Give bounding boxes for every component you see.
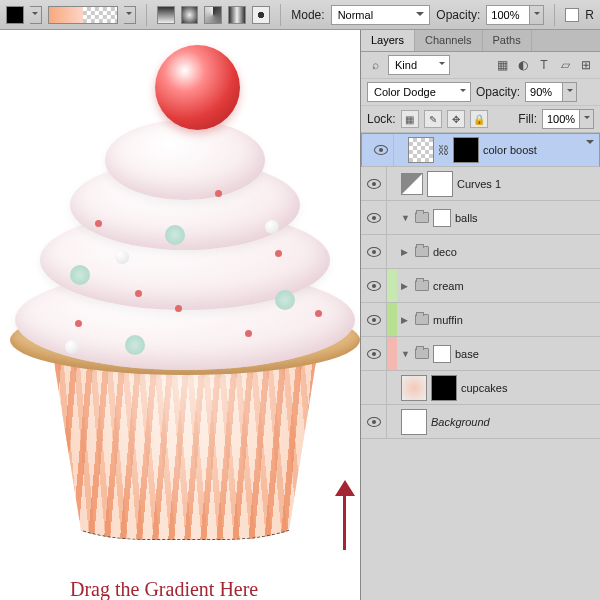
separator	[554, 4, 555, 26]
mask-thumbnail[interactable]	[427, 171, 453, 197]
angle-gradient-icon[interactable]	[204, 6, 222, 24]
filter-pixel-icon[interactable]: ▦	[494, 57, 510, 73]
folder-icon	[415, 348, 429, 359]
folder-icon	[415, 212, 429, 223]
diamond-gradient-icon[interactable]	[252, 6, 270, 24]
filter-kind-select[interactable]: Kind	[388, 55, 450, 75]
layer-row[interactable]: ▶cream	[361, 269, 600, 303]
layer-row[interactable]: cupcakes	[361, 371, 600, 405]
separator	[280, 4, 281, 26]
eye-icon	[374, 145, 388, 155]
disclosure-icon[interactable]: ▶	[401, 315, 411, 325]
layer-color-tag	[394, 134, 404, 166]
linear-gradient-icon[interactable]	[157, 6, 175, 24]
layer-row[interactable]: Curves 1	[361, 167, 600, 201]
visibility-toggle[interactable]	[368, 134, 394, 166]
layer-name[interactable]: base	[455, 348, 479, 360]
eye-icon	[367, 349, 381, 359]
layer-content: ▼base	[397, 345, 600, 363]
layer-opacity-dropdown[interactable]	[563, 82, 577, 102]
tab-layers[interactable]: Layers	[361, 30, 415, 51]
visibility-toggle[interactable]	[361, 337, 387, 370]
layer-row[interactable]: ▶muffin	[361, 303, 600, 337]
filter-shape-icon[interactable]: ▱	[557, 57, 573, 73]
instruction-arrow	[335, 470, 355, 550]
visibility-toggle[interactable]	[361, 405, 387, 438]
fill-field[interactable]: 100%	[542, 109, 594, 129]
reflected-gradient-icon[interactable]	[228, 6, 246, 24]
layer-row[interactable]: ⛓color boost	[361, 133, 600, 167]
layer-name[interactable]: color boost	[483, 144, 537, 156]
layer-name[interactable]: cupcakes	[461, 382, 507, 394]
mask-thumbnail[interactable]	[433, 345, 451, 363]
filter-type-icon[interactable]: T	[536, 57, 552, 73]
layer-row[interactable]: Background	[361, 405, 600, 439]
mask-thumbnail[interactable]	[453, 137, 479, 163]
layer-thumbnail[interactable]	[408, 137, 434, 163]
lock-position-icon[interactable]: ✥	[447, 110, 465, 128]
visibility-toggle[interactable]	[361, 303, 387, 336]
reverse-checkbox[interactable]	[565, 8, 579, 22]
visibility-toggle[interactable]	[361, 371, 387, 404]
fill-label: Fill:	[518, 112, 537, 126]
cherry	[155, 45, 240, 130]
disclosure-icon[interactable]: ▶	[401, 281, 411, 291]
layer-content: ▼balls	[397, 209, 600, 227]
blend-mode-select[interactable]: Color Dodge	[367, 82, 471, 102]
visibility-toggle[interactable]	[361, 269, 387, 302]
layer-name[interactable]: Background	[431, 416, 490, 428]
layer-color-tag	[387, 235, 397, 268]
filter-smart-icon[interactable]: ⊞	[578, 57, 594, 73]
layer-name[interactable]: cream	[433, 280, 464, 292]
gradient-dropdown[interactable]	[124, 6, 136, 24]
layer-name[interactable]: muffin	[433, 314, 463, 326]
layer-content: ⛓color boost	[404, 137, 581, 163]
visibility-toggle[interactable]	[361, 235, 387, 268]
layer-name[interactable]: Curves 1	[457, 178, 501, 190]
mode-label: Mode:	[291, 8, 324, 22]
layer-row[interactable]: ▼balls	[361, 201, 600, 235]
color-dropdown[interactable]	[30, 6, 42, 24]
disclosure-icon[interactable]: ▼	[401, 213, 411, 223]
canvas[interactable]: Drag the Gradient Here	[0, 30, 360, 600]
tab-paths[interactable]: Paths	[483, 30, 532, 51]
foreground-color-swatch[interactable]	[6, 6, 24, 24]
smart-object-thumbnail[interactable]	[401, 375, 427, 401]
link-icon[interactable]: ⛓	[438, 144, 449, 156]
folder-icon	[415, 246, 429, 257]
eye-icon	[367, 179, 381, 189]
gradient-preview[interactable]	[48, 6, 118, 24]
mask-thumbnail[interactable]	[431, 375, 457, 401]
filter-adjust-icon[interactable]: ◐	[515, 57, 531, 73]
layer-row[interactable]: ▶deco	[361, 235, 600, 269]
layer-color-tag	[387, 201, 397, 234]
fill-value: 100%	[547, 113, 575, 125]
layer-color-tag	[387, 269, 397, 302]
radial-gradient-icon[interactable]	[181, 6, 199, 24]
adjustment-icon[interactable]	[401, 173, 423, 195]
lock-all-icon[interactable]: 🔒	[470, 110, 488, 128]
layer-row[interactable]: ▼base	[361, 337, 600, 371]
layer-name[interactable]: deco	[433, 246, 457, 258]
layer-thumbnail[interactable]	[401, 409, 427, 435]
opacity-dropdown[interactable]	[530, 5, 544, 25]
disclosure-icon[interactable]: ▶	[401, 247, 411, 257]
visibility-toggle[interactable]	[361, 201, 387, 234]
opacity-field[interactable]: 100%	[486, 5, 544, 25]
lock-label: Lock:	[367, 112, 396, 126]
blend-row: Color Dodge Opacity: 90%	[361, 79, 600, 106]
layer-opacity-field[interactable]: 90%	[525, 82, 577, 102]
mode-select[interactable]: Normal	[331, 5, 431, 25]
eye-icon	[367, 213, 381, 223]
lock-paint-icon[interactable]: ✎	[424, 110, 442, 128]
lock-transparency-icon[interactable]: ▦	[401, 110, 419, 128]
layer-content: ▶muffin	[397, 314, 600, 326]
fill-dropdown[interactable]	[580, 109, 594, 129]
layer-color-tag	[387, 405, 397, 438]
mask-thumbnail[interactable]	[433, 209, 451, 227]
layer-name[interactable]: balls	[455, 212, 478, 224]
tab-channels[interactable]: Channels	[415, 30, 482, 51]
opacity-label: Opacity:	[436, 8, 480, 22]
visibility-toggle[interactable]	[361, 167, 387, 200]
disclosure-icon[interactable]: ▼	[401, 349, 411, 359]
